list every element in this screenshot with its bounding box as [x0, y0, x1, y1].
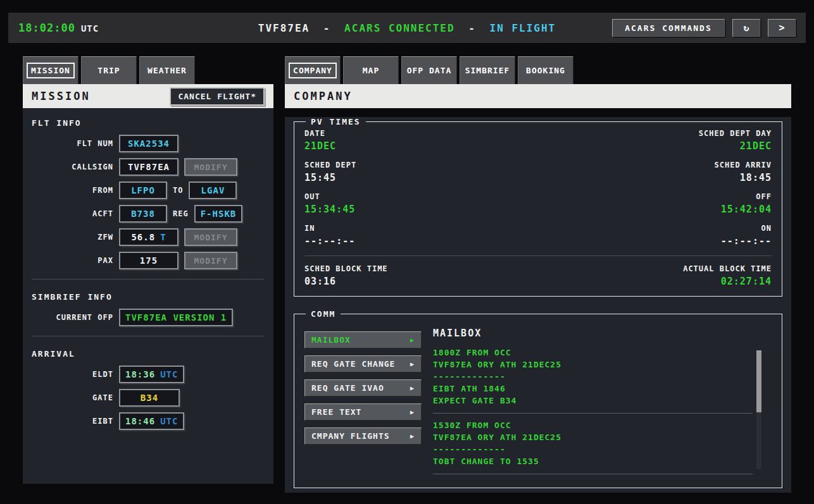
arrow-right-icon: ▶	[410, 336, 415, 343]
acft-value[interactable]: B738	[119, 205, 167, 223]
company-panel-body: PV TIMES DATE 21DEC SCHED DEPT DAY 21DEC…	[285, 117, 791, 493]
tab-company[interactable]: COMPANY	[285, 56, 341, 84]
to-value[interactable]: LGAV	[189, 181, 237, 199]
tab-weather[interactable]: WEATHER	[139, 56, 195, 84]
pv-cell: DATE 21DEC	[304, 129, 336, 152]
reg-label: REG	[167, 209, 194, 218]
zfw-row: ZFW 56.8 T MODIFY	[23, 228, 273, 246]
current-ofp-value[interactable]: TVF87EA VERSION 1	[119, 309, 233, 326]
eldt-value[interactable]: 18:36 UTC	[119, 366, 184, 383]
right-tab-bar: COMPANY MAP OFP DATA SIMBRIEF BOOKING	[285, 56, 791, 84]
eibt-unit: UTC	[160, 416, 178, 426]
in-label: IN	[304, 224, 355, 233]
pv-cell: ON --:--:--	[721, 224, 772, 247]
callsign-text: TVF87EA	[128, 162, 170, 172]
pv-row-sched: SCHED DEPT 15:45 SCHED ARRIV 18:45	[304, 161, 772, 183]
acars-commands-button[interactable]: ACARS COMMANDS	[612, 19, 725, 37]
title-callsign: TVF87EA	[258, 22, 310, 34]
company-panel-title: COMPANY	[294, 90, 353, 102]
chevron-right-icon: >	[779, 22, 784, 34]
message-line: -------------	[433, 371, 753, 383]
pv-cell: OFF 15:42:04	[721, 192, 772, 215]
on-value: --:--:--	[721, 235, 772, 247]
refresh-icon: ↻	[743, 22, 749, 34]
current-ofp-label: CURRENT OFP	[23, 313, 119, 322]
company-panel: COMPANY PV TIMES DATE 21DEC SCHED DEPT D…	[285, 84, 791, 493]
message-line: TVF87EA ORY ATH 21DEC25	[433, 359, 753, 371]
req-gate-ivao-button[interactable]: REQ GATE IVAO ▶	[304, 379, 422, 396]
tab-trip[interactable]: TRIP	[81, 56, 137, 84]
out-label: OUT	[304, 192, 355, 201]
company-column: COMPANY MAP OFP DATA SIMBRIEF BOOKING CO…	[285, 56, 791, 493]
cmpany-flights-button[interactable]: CMPANY FLIGHTS ▶	[304, 427, 422, 445]
message-line: EXPECT GATE B34	[433, 395, 753, 407]
from-value[interactable]: LFPO	[119, 181, 167, 199]
callsign-value[interactable]: TVF87EA	[119, 158, 178, 176]
topbar-actions: ACARS COMMANDS ↻ >	[612, 19, 796, 37]
gate-text: B34	[141, 393, 158, 403]
from-text: LFPO	[131, 185, 155, 195]
tab-simbrief-label: SIMBRIEF	[465, 66, 510, 75]
to-label: TO	[167, 186, 189, 195]
tab-booking[interactable]: BOOKING	[518, 56, 573, 84]
mailbox-button[interactable]: MAILBOX ▶	[304, 331, 422, 348]
pv-cell: SCHED ARRIV 18:45	[715, 161, 772, 183]
tab-map[interactable]: MAP	[343, 56, 399, 84]
section-divider	[32, 279, 265, 280]
eldt-text: 18:36	[125, 369, 155, 379]
sched-arriv-label: SCHED ARRIV	[715, 161, 772, 169]
zfw-unit: T	[160, 232, 166, 242]
mission-panel-body: FLT INFO FLT NUM SKA2534 CALLSIGN TVF87E…	[23, 108, 273, 484]
eibt-label: EIBT	[23, 417, 119, 426]
comm-content: MAILBOX ▶ REQ GATE CHANGE ▶ REQ GATE IVA…	[304, 321, 772, 488]
mission-panel-title: MISSION	[32, 90, 91, 102]
cancel-flight-button[interactable]: CANCEL FLIGHT*	[170, 87, 265, 106]
eibt-value[interactable]: 18:46 UTC	[119, 412, 184, 430]
free-text-label: FREE TEXT	[311, 407, 361, 417]
tab-mission[interactable]: MISSION	[23, 56, 78, 84]
mailbox-message: 1800Z FROM OCC TVF87EA ORY ATH 21DEC25 -…	[433, 347, 753, 414]
scrollbar-thumb[interactable]	[756, 350, 761, 412]
title-separator: -	[323, 22, 331, 34]
sched-dept-day-label: SCHED DEPT DAY	[699, 129, 772, 138]
free-text-button[interactable]: FREE TEXT ▶	[304, 403, 422, 421]
arrival-section-title: ARRIVAL	[23, 339, 273, 360]
collapse-panel-button[interactable]: >	[768, 19, 796, 37]
zfw-value[interactable]: 56.8 T	[119, 228, 178, 246]
comm-button-column: MAILBOX ▶ REQ GATE CHANGE ▶ REQ GATE IVA…	[304, 324, 422, 480]
modify-pax-button[interactable]: MODIFY	[184, 252, 237, 269]
tab-ofp-data[interactable]: OFP DATA	[401, 56, 457, 84]
from-label: FROM	[23, 186, 119, 195]
gate-value[interactable]: B34	[119, 389, 180, 407]
eldt-row: ELDT 18:36 UTC	[23, 366, 273, 383]
pv-times-legend: PV TIMES	[306, 117, 366, 126]
modify-callsign-button[interactable]: MODIFY	[184, 158, 237, 176]
gate-label: GATE	[23, 393, 119, 402]
mailbox-message-area: MAILBOX 1800Z FROM OCC TVF87EA ORY ATH 2…	[422, 324, 772, 480]
callsign-label: CALLSIGN	[23, 163, 119, 171]
message-line: EIBT ATH 1846	[433, 383, 753, 395]
refresh-button[interactable]: ↻	[732, 19, 760, 37]
mailbox-scrollbar[interactable]	[756, 350, 761, 469]
message-line: 1800Z FROM OCC	[433, 347, 753, 359]
pv-row-block-time: SCHED BLOCK TIME 03:16 ACTUAL BLOCK TIME…	[304, 264, 772, 287]
eibt-row: EIBT 18:46 UTC	[23, 412, 273, 430]
comm-legend: COMM	[306, 309, 341, 319]
actual-block-time-label: ACTUAL BLOCK TIME	[683, 264, 772, 273]
pv-cell: IN --:--:--	[304, 224, 355, 247]
sched-dept-label: SCHED DEPT	[304, 161, 356, 169]
title-acars-status: ACARS CONNECTED	[344, 22, 455, 34]
reg-value[interactable]: F-HSKB	[194, 205, 243, 223]
flt-num-value[interactable]: SKA2534	[119, 135, 178, 152]
pax-text: 175	[140, 255, 158, 266]
mission-panel-header: MISSION CANCEL FLIGHT*	[23, 84, 273, 108]
acft-label: ACFT	[23, 209, 119, 218]
zfw-label: ZFW	[23, 233, 119, 242]
cmpany-flights-label: CMPANY FLIGHTS	[311, 431, 390, 441]
pv-cell: SCHED DEPT 15:45	[304, 161, 356, 183]
tab-simbrief[interactable]: SIMBRIEF	[460, 56, 515, 84]
modify-zfw-button[interactable]: MODIFY	[184, 228, 237, 246]
pax-value[interactable]: 175	[119, 252, 178, 269]
req-gate-change-button[interactable]: REQ GATE CHANGE ▶	[304, 355, 422, 372]
pv-cell: OUT 15:34:45	[304, 192, 355, 215]
